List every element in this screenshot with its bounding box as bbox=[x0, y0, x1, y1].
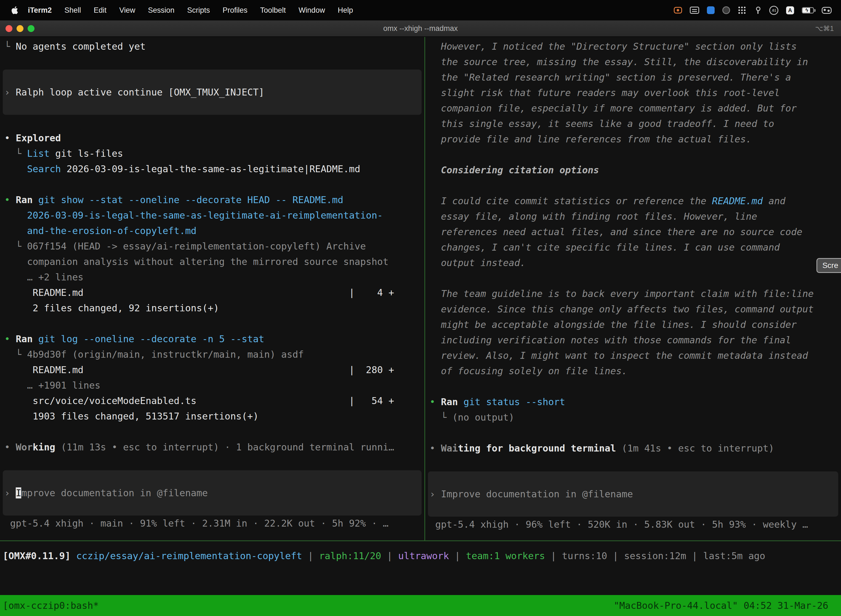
apple-menu-icon[interactable] bbox=[12, 6, 18, 14]
text-segment: … +2 lines bbox=[4, 271, 84, 283]
text-segment: Considering citation options bbox=[429, 164, 599, 176]
menu-item-edit[interactable]: Edit bbox=[94, 6, 107, 15]
window-shortcut-hint: ⌥⌘1 bbox=[815, 25, 841, 32]
text-segment: [OMX#0.11.9] bbox=[3, 550, 70, 561]
text-segment: changes, I can't cite specific file line… bbox=[429, 242, 780, 253]
menu-item-view[interactable]: View bbox=[119, 6, 135, 15]
text-segment bbox=[70, 550, 76, 561]
text-segment: The team guideline is to back every impo… bbox=[429, 288, 814, 299]
menu-item-iterm2[interactable]: iTerm2 bbox=[28, 6, 52, 15]
text-segment: and-the-erosion-of-copyleft.md bbox=[4, 225, 196, 236]
blank-line bbox=[425, 378, 841, 394]
terminal-line: └ 4b9d30f (origin/main, instructkr/main,… bbox=[0, 347, 424, 362]
control-center-icon[interactable] bbox=[822, 7, 832, 14]
blank-line bbox=[425, 147, 841, 162]
blank-line bbox=[0, 424, 424, 439]
text-segment: Ran bbox=[441, 396, 463, 407]
model-status-right: gpt-5.4 xhigh · 96% left · 520K in · 5.8… bbox=[425, 517, 841, 532]
terminal-line: changes, I can't cite specific file line… bbox=[425, 239, 841, 255]
text-segment: › bbox=[4, 87, 16, 98]
screen: { "menu_bar": { "items": [ {"label":"iTe… bbox=[0, 0, 841, 616]
tmux-status-bar: [omx-cczip0:bash* "MacBook-Pro-44.local"… bbox=[0, 595, 841, 616]
text-segment: I could cite commit statistics or refere… bbox=[429, 195, 712, 207]
working-indicator: • Working (11m 13s • esc to interrupt) ·… bbox=[0, 439, 424, 455]
text-segment: | bbox=[686, 550, 703, 561]
text-segment: Ran bbox=[16, 194, 38, 205]
box-line: › Improve documentation in @filename bbox=[428, 486, 633, 502]
swift-app-icon[interactable] bbox=[707, 6, 715, 14]
menu-item-profiles[interactable]: Profiles bbox=[223, 6, 248, 15]
text-segment: └ bbox=[4, 148, 27, 159]
text-segment: mprove documentation in @filename bbox=[21, 487, 208, 499]
text-segment: output instead. bbox=[429, 257, 526, 268]
text-segment: turns:10 bbox=[562, 550, 607, 561]
blank-line bbox=[425, 270, 841, 286]
menu-item-toolbelt[interactable]: Toolbelt bbox=[260, 6, 286, 15]
right-pane[interactable]: However, I noticed the "Directory Struct… bbox=[425, 37, 841, 540]
text-segment: • bbox=[4, 194, 16, 205]
menu-item-help[interactable]: Help bbox=[338, 6, 353, 15]
text-segment: slight risk that future readers may over… bbox=[429, 87, 780, 98]
text-segment: the "Related research writing" section i… bbox=[429, 72, 791, 83]
battery-percent-badge[interactable]: .61 bbox=[769, 6, 778, 15]
terminal-line: the source tree, missing the essay. Stil… bbox=[425, 54, 841, 70]
terminal-line: might be acceptable alongside the file l… bbox=[425, 317, 841, 332]
text-segment: references need actual files, and since … bbox=[429, 226, 802, 238]
terminal-line: including verification notes with those … bbox=[425, 332, 841, 348]
text-segment: 2026-03-09-is-legal-the-same-as-legitima… bbox=[61, 163, 360, 175]
text-segment: of focusing solely on file lines. bbox=[429, 365, 627, 377]
text-segment: README.md | 280 + bbox=[4, 364, 394, 375]
text-segment: However, I noticed the "Directory Struct… bbox=[429, 41, 797, 52]
text-segment: └ 067f154 (HEAD -> essay/ai-reimplementa… bbox=[4, 241, 366, 252]
text-segment: Wai bbox=[441, 443, 458, 454]
text-segment: (1m 41s • esc to interrupt) bbox=[616, 443, 774, 454]
box-line: › Improve documentation in @filename bbox=[3, 485, 208, 501]
menu-item-shell[interactable]: Shell bbox=[64, 6, 81, 15]
text-segment: gpt-5.4 xhigh · main · 91% left · 2.31M … bbox=[4, 518, 388, 529]
omx-status-line: [OMX#0.11.9] cczip/essay/ai-reimplementa… bbox=[3, 548, 841, 563]
key-app-icon[interactable] bbox=[754, 6, 762, 14]
blank-line bbox=[425, 425, 841, 440]
screen-recording-indicator[interactable] bbox=[674, 7, 682, 13]
text-segment: • bbox=[4, 441, 16, 453]
prompt-input-left[interactable]: › Improve documentation in @filename bbox=[3, 470, 422, 516]
ralph-loop-banner: › Ralph loop active continue [OMX_TMUX_I… bbox=[3, 70, 422, 115]
text-segment: essay file, along with finding root file… bbox=[429, 211, 757, 222]
thinking-heading: Considering citation options bbox=[425, 162, 841, 178]
terminal-panes: └ No agents completed yet › Ralph loop a… bbox=[0, 37, 841, 540]
tmux-host-time: "MacBook-Pro-44.local" 04:52 31-Mar-26 bbox=[614, 595, 828, 616]
waiting-indicator: • Waiting for background terminal (1m 41… bbox=[425, 440, 841, 456]
close-window-button[interactable] bbox=[6, 25, 12, 32]
terminal-line: The team guideline is to back every impo… bbox=[425, 286, 841, 301]
dark-app-icon[interactable] bbox=[722, 6, 730, 14]
keyboard-viewer-icon[interactable] bbox=[690, 7, 699, 14]
text-segment: Ran bbox=[16, 333, 38, 345]
terminal-line: README.md | 280 + bbox=[0, 362, 424, 378]
text-segment: git log --oneline --decorate -n 5 --stat bbox=[38, 333, 264, 345]
text-segment: companion analysis without altering the … bbox=[4, 256, 388, 267]
text-segment: this single essay, it seems like a good … bbox=[429, 118, 774, 129]
zoom-window-button[interactable] bbox=[28, 25, 35, 32]
minimize-window-button[interactable] bbox=[16, 25, 23, 32]
text-segment: └ (no output) bbox=[429, 412, 514, 423]
menu-item-session[interactable]: Session bbox=[148, 6, 174, 15]
prompt-input-right[interactable]: › Improve documentation in @filename bbox=[428, 471, 838, 517]
text-segment: the source tree, missing the essay. Stil… bbox=[429, 56, 808, 67]
terminal-line: 2 files changed, 92 insertions(+) bbox=[0, 300, 424, 316]
screen-overlay-button[interactable]: Scre bbox=[816, 258, 841, 273]
menu-item-scripts[interactable]: Scripts bbox=[187, 6, 210, 15]
text-segment: Explored bbox=[16, 132, 61, 144]
battery-charging-icon[interactable] bbox=[802, 7, 814, 13]
text-segment: git ls-files bbox=[50, 148, 123, 159]
dots-grid-icon[interactable] bbox=[738, 6, 746, 14]
terminal-line: I could cite commit statistics or refere… bbox=[425, 193, 841, 209]
text-segment: (11m 13s • esc to interrupt) · 1 backgro… bbox=[55, 441, 394, 453]
terminal-line: However, I noticed the "Directory Struct… bbox=[425, 39, 841, 54]
text-segment: including verification notes with those … bbox=[429, 334, 791, 346]
blank-line bbox=[0, 177, 424, 192]
menu-item-window[interactable]: Window bbox=[299, 6, 325, 15]
terminal-line: README.md | 4 + bbox=[0, 285, 424, 300]
left-pane[interactable]: └ No agents completed yet › Ralph loop a… bbox=[0, 37, 424, 540]
text-segment: cczip/essay/ai-reimplementation-copyleft bbox=[76, 550, 302, 561]
input-source-icon[interactable]: A bbox=[786, 6, 794, 14]
